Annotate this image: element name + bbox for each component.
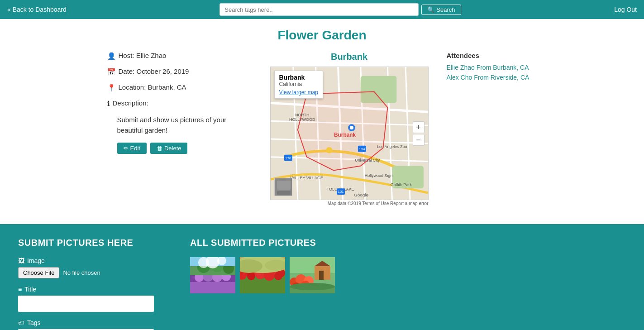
submitted-panel: ALL SUBMITTED PICTURES bbox=[190, 238, 626, 330]
description-text: Submit and show us pictures of your beau… bbox=[117, 115, 252, 135]
svg-text:Hollywood Sign: Hollywood Sign bbox=[364, 173, 392, 178]
action-buttons: ✏ Edit 🗑 Delete bbox=[117, 143, 252, 154]
svg-text:Griffith Park: Griffith Park bbox=[390, 182, 411, 187]
no-file-text: No file chosen bbox=[63, 269, 100, 276]
svg-text:NORTH: NORTH bbox=[295, 113, 309, 117]
event-details: 👤 Host: Ellie Zhao 📅 Date: October 26, 2… bbox=[107, 52, 252, 206]
description-label: Description: bbox=[113, 99, 148, 107]
zoom-in-button[interactable]: + bbox=[413, 121, 425, 133]
list-icon: ≡ bbox=[18, 286, 22, 293]
trash-icon: 🗑 bbox=[157, 145, 162, 152]
popup-state: California bbox=[279, 81, 318, 87]
person-icon: 👤 bbox=[107, 52, 116, 60]
edit-icon: ✏ bbox=[124, 145, 129, 152]
svg-rect-70 bbox=[319, 271, 324, 280]
search-button[interactable]: 🔍 Search bbox=[421, 5, 461, 15]
map-panel: Burbank bbox=[270, 52, 429, 206]
attendee-link-1[interactable]: Alex Cho From Riverside, CA bbox=[447, 74, 537, 81]
tag-icon: 🏷 bbox=[18, 319, 24, 326]
map-controls: + − bbox=[413, 121, 425, 146]
svg-text:Google: Google bbox=[353, 192, 368, 197]
back-to-dashboard-link[interactable]: « Back to Dashboard bbox=[7, 6, 67, 13]
host-text: Host: Ellie Zhao bbox=[119, 52, 167, 59]
search-wrapper: 🔍 Search bbox=[67, 3, 614, 16]
host-row: 👤 Host: Ellie Zhao bbox=[107, 52, 252, 60]
submit-panel: SUBMIT PICTURES HERE 🖼 Image Choose File… bbox=[18, 238, 163, 330]
search-icon: 🔍 bbox=[427, 6, 434, 13]
info-icon: ℹ bbox=[107, 100, 110, 108]
svg-text:Universal City: Universal City bbox=[355, 158, 380, 163]
attendee-link-0[interactable]: Ellie Zhao From Burbank, CA bbox=[447, 64, 537, 71]
tags-label: 🏷 Tags bbox=[18, 319, 163, 326]
calendar-icon: 📅 bbox=[107, 68, 116, 76]
location-row: 📍 Location: Burbank, CA bbox=[107, 83, 252, 92]
svg-point-62 bbox=[274, 272, 282, 280]
pin-icon: 📍 bbox=[107, 84, 116, 92]
svg-rect-37 bbox=[190, 282, 235, 293]
image-icon: 🖼 bbox=[18, 257, 24, 264]
event-title: Flower Garden bbox=[18, 28, 626, 43]
view-larger-map-link[interactable]: View larger map bbox=[279, 89, 318, 96]
event-body: 👤 Host: Ellie Zhao 📅 Date: October 26, 2… bbox=[18, 52, 626, 206]
navbar: « Back to Dashboard 🔍 Search Log Out bbox=[0, 0, 644, 19]
date-text: Date: October 26, 2019 bbox=[119, 67, 189, 75]
image-label: 🖼 Image bbox=[18, 257, 163, 264]
submit-title: SUBMIT PICTURES HERE bbox=[18, 238, 163, 248]
location-text: Location: Burbank, CA bbox=[119, 83, 186, 91]
svg-text:Burbank: Burbank bbox=[334, 132, 356, 138]
bottom-section: SUBMIT PICTURES HERE 🖼 Image Choose File… bbox=[0, 224, 644, 330]
description-row: ℹ Description: bbox=[107, 99, 252, 108]
map-footer: Map data ©2019 Terms of Use Report a map… bbox=[270, 201, 429, 206]
image-field: 🖼 Image Choose File No file chosen bbox=[18, 257, 163, 278]
choose-file-button[interactable]: Choose File bbox=[18, 267, 59, 278]
svg-point-15 bbox=[349, 126, 353, 129]
svg-text:134: 134 bbox=[359, 147, 365, 151]
search-button-label: Search bbox=[436, 6, 455, 13]
submitted-picture-1[interactable] bbox=[190, 257, 235, 293]
svg-text:101: 101 bbox=[338, 190, 344, 194]
main-content: Flower Garden 👤 Host: Ellie Zhao 📅 Date:… bbox=[0, 19, 644, 224]
edit-button[interactable]: ✏ Edit bbox=[117, 143, 147, 154]
title-field: ≡ Title bbox=[18, 286, 163, 312]
attendees-panel: Attendees Ellie Zhao From Burbank, CA Al… bbox=[447, 52, 537, 206]
svg-rect-34 bbox=[277, 191, 291, 195]
title-input[interactable] bbox=[18, 296, 154, 312]
tags-field: 🏷 Tags bbox=[18, 319, 163, 330]
delete-button[interactable]: 🗑 Delete bbox=[150, 143, 188, 154]
zoom-out-button[interactable]: − bbox=[413, 134, 425, 146]
pictures-grid bbox=[190, 257, 626, 293]
search-input[interactable] bbox=[219, 3, 419, 16]
logout-link[interactable]: Log Out bbox=[614, 6, 637, 13]
svg-rect-33 bbox=[277, 181, 291, 190]
svg-point-49 bbox=[198, 257, 209, 268]
submitted-picture-3[interactable] bbox=[290, 257, 335, 293]
svg-point-77 bbox=[290, 283, 335, 290]
attendees-title: Attendees bbox=[447, 52, 537, 59]
map-location-title: Burbank bbox=[331, 52, 367, 62]
popup-city: Burbank bbox=[279, 74, 318, 81]
title-label: ≡ Title bbox=[18, 286, 163, 293]
date-row: 📅 Date: October 26, 2019 bbox=[107, 67, 252, 76]
svg-text:HOLLYWOOD: HOLLYWOOD bbox=[289, 117, 315, 122]
map-container[interactable]: Burbank NORTH HOLLYWOOD VALLEY VILLAGE T… bbox=[270, 67, 429, 200]
submitted-picture-2[interactable] bbox=[240, 257, 285, 293]
submitted-title: ALL SUBMITTED PICTURES bbox=[190, 238, 626, 248]
svg-point-59 bbox=[247, 272, 255, 280]
svg-text:Los Angeles Zoo: Los Angeles Zoo bbox=[377, 144, 407, 149]
file-input-wrapper: Choose File No file chosen bbox=[18, 267, 163, 278]
map-popup: Burbank California View larger map bbox=[274, 71, 323, 99]
svg-text:VALLEY VILLAGE: VALLEY VILLAGE bbox=[290, 176, 323, 180]
svg-text:170: 170 bbox=[285, 156, 291, 160]
svg-point-16 bbox=[326, 147, 332, 153]
map-thumbnail bbox=[274, 178, 292, 196]
